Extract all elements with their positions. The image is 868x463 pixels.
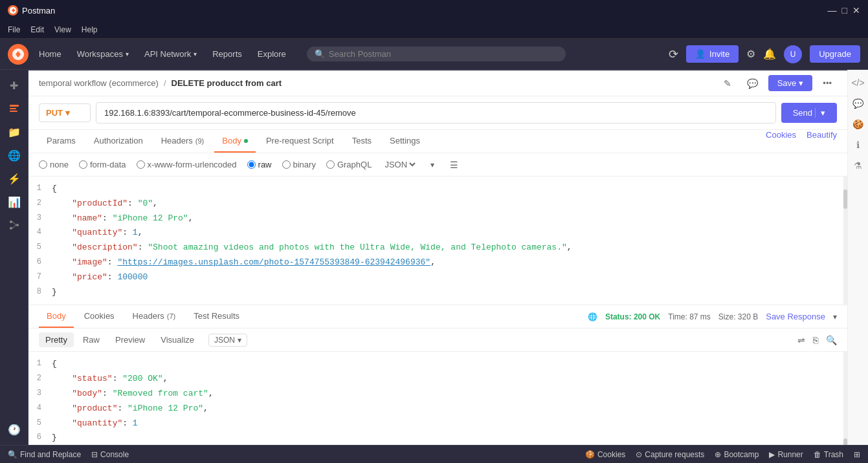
save-response-button[interactable]: Save Response (766, 312, 825, 321)
workspaces-chevron: ▾ (126, 50, 129, 58)
req-line-3: 3 "name": "iPhone 12 Pro", (28, 211, 847, 226)
edit-icon[interactable]: ✎ (718, 76, 737, 91)
cookies-link[interactable]: Cookies (766, 130, 796, 153)
sidebar-history-icon[interactable]: 🕐 (4, 419, 25, 440)
globe-icon: 🌐 (588, 312, 597, 321)
svg-rect-2 (10, 105, 19, 107)
body-type-binary[interactable]: binary (282, 160, 316, 169)
rs-comment-icon[interactable]: 💬 (851, 96, 866, 111)
sync-icon[interactable]: ⟳ (669, 47, 678, 61)
svg-line-8 (12, 222, 16, 225)
upgrade-button[interactable]: Upgrade (810, 45, 860, 63)
req-tab-settings[interactable]: Settings (382, 130, 428, 153)
bb-cookies-icon: 🍪 (585, 450, 595, 459)
sidebar-monitor-icon[interactable]: 📊 (4, 191, 25, 212)
close-button[interactable]: ✕ (852, 5, 860, 16)
body-type-none[interactable]: none (39, 160, 69, 169)
layout-icon[interactable]: ⊞ (854, 450, 860, 459)
sidebar-flows-icon[interactable] (4, 215, 25, 235)
time-text: Time: 87 ms (668, 312, 711, 321)
menu-file[interactable]: File (8, 25, 20, 34)
send-button[interactable]: Send ▾ (781, 103, 837, 123)
req-tab-authorization[interactable]: Authorization (86, 130, 151, 153)
bootcamp-label: Bootcamp (724, 450, 759, 459)
console-button[interactable]: ⊟ Console (91, 450, 129, 459)
menu-edit[interactable]: Edit (30, 25, 44, 34)
runner-button[interactable]: ▶ Runner (769, 450, 803, 459)
avatar[interactable]: U (784, 45, 802, 63)
search-input[interactable] (329, 49, 558, 59)
editor-scrollbar[interactable] (843, 177, 847, 305)
app-name: Postman (22, 6, 55, 16)
req-tab-body[interactable]: Body (214, 130, 256, 153)
sidebar-collections-icon[interactable]: 📁 (4, 122, 25, 142)
bb-cookies-button[interactable]: 🍪 Cookies (585, 450, 625, 459)
res-scrollbar[interactable] (843, 352, 847, 445)
req-tab-params[interactable]: Params (39, 130, 83, 153)
request-tabs: Params Authorization Headers (9) Body Pr… (28, 130, 847, 153)
nav-api-network[interactable]: API Network ▾ (139, 47, 202, 61)
body-type-raw[interactable]: raw (247, 160, 272, 169)
bell-icon[interactable]: 🔔 (763, 48, 776, 60)
response-body: 1 { 2 "status": "200 OK", 3 "body": "Rem… (28, 352, 847, 445)
comment-icon[interactable]: 💬 (742, 76, 763, 91)
maximize-button[interactable]: □ (842, 5, 847, 16)
res-scroll-thumb[interactable] (843, 438, 847, 445)
more-options-button[interactable]: ••• (818, 76, 837, 91)
bootcamp-button[interactable]: ⊕ Bootcamp (715, 450, 759, 459)
editor-scroll-thumb[interactable] (843, 189, 847, 209)
api-network-chevron: ▾ (194, 50, 197, 58)
trash-button[interactable]: 🗑 Trash (814, 450, 843, 459)
format-selector[interactable]: JSON (382, 159, 417, 170)
minimize-button[interactable]: — (828, 5, 837, 16)
menu-view[interactable]: View (54, 25, 71, 34)
res-view-pretty[interactable]: Pretty (39, 332, 74, 347)
res-view-raw[interactable]: Raw (76, 332, 106, 347)
res-format-selector[interactable]: JSON ▾ (208, 334, 247, 347)
res-view-visualize[interactable]: Visualize (154, 332, 201, 347)
rs-code-icon[interactable]: </> (851, 75, 866, 91)
res-tab-body[interactable]: Body (39, 305, 74, 328)
rs-tools-icon[interactable]: ⚗ (851, 158, 866, 173)
beautify-link[interactable]: Beautify (807, 130, 837, 153)
res-tab-headers[interactable]: Headers (7) (125, 305, 184, 328)
res-tab-test-results[interactable]: Test Results (186, 305, 247, 328)
rs-info-icon[interactable]: ℹ (851, 137, 866, 153)
console-label: Console (100, 450, 129, 459)
settings-icon[interactable]: ⚙ (746, 48, 755, 60)
body-type-form-data[interactable]: form-data (79, 160, 126, 169)
breadcrumb-bar: temporal workflow (ecommerce) / DELETE p… (28, 70, 847, 96)
method-selector[interactable]: PUT ▾ (39, 103, 91, 122)
capture-button[interactable]: ⊙ Capture requests (636, 450, 704, 459)
runner-icon: ▶ (769, 450, 775, 459)
copy-icon[interactable]: ⎘ (813, 335, 818, 345)
sidebar-api-icon[interactable] (4, 98, 25, 119)
search-bar[interactable]: 🔍 (307, 47, 566, 61)
nav-reports[interactable]: Reports (207, 47, 247, 61)
sidebar-mock-icon[interactable]: ⚡ (4, 168, 25, 189)
sidebar-new-icon[interactable]: ✚ (4, 75, 25, 96)
save-button[interactable]: Save ▾ (768, 75, 813, 91)
body-type-urlencoded[interactable]: x-www-form-urlencoded (137, 160, 237, 169)
req-line-6: 6 "image": "https://images.unsplash.com/… (28, 255, 847, 270)
sidebar-environments-icon[interactable]: 🌐 (4, 145, 25, 166)
rs-cookie-icon[interactable]: 🍪 (851, 116, 866, 132)
nav-workspaces[interactable]: Workspaces ▾ (72, 47, 134, 61)
nav-home[interactable]: Home (34, 47, 67, 61)
req-tab-tests[interactable]: Tests (344, 130, 379, 153)
res-search-icon[interactable]: 🔍 (826, 335, 837, 345)
req-tab-pre-request[interactable]: Pre-request Script (258, 130, 342, 153)
body-type-graphql[interactable]: GraphQL (326, 160, 372, 169)
runner-label: Runner (777, 450, 803, 459)
res-view-preview[interactable]: Preview (109, 332, 151, 347)
menu-help[interactable]: Help (82, 25, 98, 34)
invite-button[interactable]: 👤 Invite (686, 45, 739, 63)
req-tab-headers[interactable]: Headers (9) (153, 130, 212, 153)
res-tab-cookies[interactable]: Cookies (76, 305, 122, 328)
url-input[interactable] (96, 103, 775, 123)
filter-icon[interactable]: ⇌ (797, 335, 805, 345)
request-body-editor[interactable]: 1 { 2 "productId": "0", 3 "name": "iPhon… (28, 177, 847, 305)
find-replace-button[interactable]: 🔍 Find and Replace (8, 450, 81, 459)
format-settings-icon[interactable]: ☰ (450, 160, 458, 170)
nav-explore[interactable]: Explore (252, 47, 291, 61)
